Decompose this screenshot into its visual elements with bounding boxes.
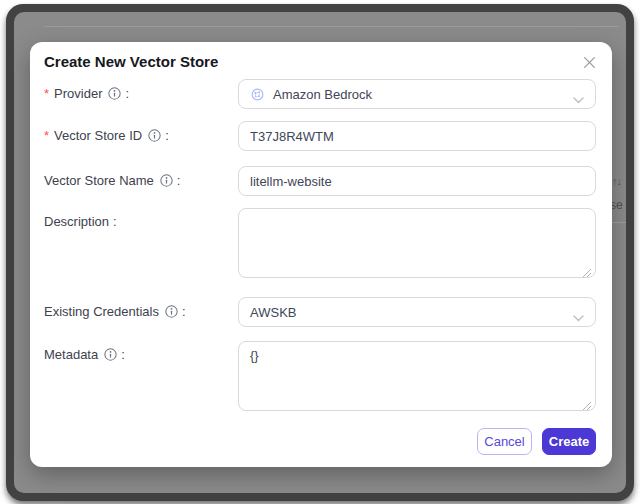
field-label-vector-store-id: * Vector Store ID : [44, 128, 169, 143]
info-icon[interactable] [160, 174, 173, 187]
create-vector-store-modal: Create New Vector Store * Provider : [30, 42, 612, 467]
close-icon [583, 56, 596, 69]
field-label-provider: * Provider : [44, 86, 129, 101]
close-button[interactable] [578, 51, 600, 73]
create-button[interactable]: Create [542, 428, 596, 455]
existing-credentials-select-value: AWSKB [250, 305, 296, 320]
field-label-vector-store-name: Vector Store Name : [44, 173, 180, 188]
info-icon[interactable] [104, 348, 117, 361]
background-divider [610, 222, 626, 223]
vector-store-name-input[interactable] [238, 166, 596, 196]
provider-select-value: Amazon Bedrock [273, 87, 372, 102]
field-label-existing-credentials: Existing Credentials : [44, 304, 186, 319]
required-marker: * [44, 128, 49, 143]
chevron-down-icon [573, 310, 584, 325]
metadata-textarea[interactable]: {} [238, 341, 596, 411]
description-textarea[interactable] [238, 208, 596, 278]
cancel-button[interactable]: Cancel [477, 428, 532, 455]
sort-icon: ↑↓ [612, 175, 621, 187]
field-label-metadata: Metadata : [44, 347, 125, 362]
info-icon[interactable] [148, 129, 161, 142]
info-icon[interactable] [165, 305, 178, 318]
provider-select[interactable]: Amazon Bedrock [238, 79, 596, 109]
chevron-down-icon [573, 92, 584, 107]
field-label-description: Description : [44, 214, 117, 229]
bedrock-icon [250, 87, 265, 102]
required-marker: * [44, 86, 49, 101]
info-icon[interactable] [108, 87, 121, 100]
background-divider [44, 26, 619, 27]
existing-credentials-select[interactable]: AWSKB [238, 297, 596, 327]
vector-store-id-input[interactable] [238, 121, 596, 151]
modal-title: Create New Vector Store [44, 53, 218, 70]
